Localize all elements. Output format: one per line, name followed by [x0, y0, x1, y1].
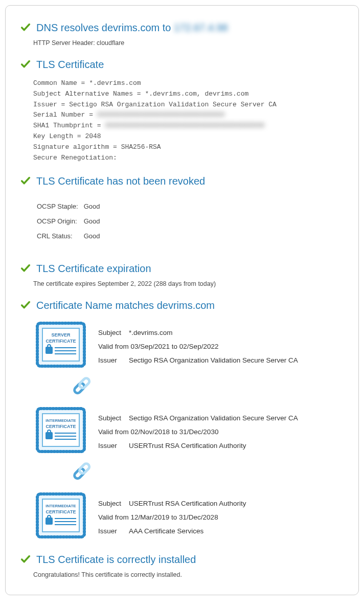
cert-cn: Common Name = *.devrims.com: [33, 79, 141, 87]
cert-validity: Valid from 12/Mar/2019 to 31/Dec/2028: [98, 513, 247, 522]
expiration-title: TLS Certificate expiration: [36, 262, 151, 275]
certificate-chain: SERVER CERTIFICATE Subject*.devrims.com …: [35, 321, 344, 541]
svg-text:INTERMEDIATE: INTERMEDIATE: [46, 418, 76, 423]
table-row: OCSP Origin: Good: [36, 217, 101, 226]
check-icon: [20, 263, 31, 274]
ssl-check-panel: DNS resolves devrims.com to 172.67.4.98 …: [5, 5, 359, 595]
http-server-header: HTTP Server Header: cloudflare: [33, 39, 344, 47]
subject-label: Subject: [98, 414, 128, 422]
cert-sigalg: Signature algorithm = SHA256-RSA: [33, 143, 161, 151]
cert-validity: Valid from 02/Nov/2018 to 31/Dec/2030: [98, 427, 299, 436]
cert-keylen: Key Length = 2048: [33, 132, 101, 140]
check-icon: [20, 175, 31, 187]
cert-serial-label: Serial Number =: [33, 111, 97, 119]
cert-subject: Sectigo RSA Organization Validation Secu…: [128, 414, 299, 422]
server-certificate-badge: SERVER CERTIFICATE: [35, 321, 86, 368]
ocsp-origin-value: Good: [83, 217, 101, 226]
issuer-label: Issuer: [98, 527, 128, 535]
cert-info: Subject*.devrims.com Valid from 03/Sep/2…: [98, 321, 299, 370]
cert-subject: USERTrust RSA Certification Authority: [128, 499, 247, 508]
ocsp-origin-label: OCSP Origin:: [36, 217, 81, 226]
revocation-status-table: OCSP Staple: Good OCSP Origin: Good CRL …: [34, 196, 103, 246]
cert-serial-masked: XXXXXXXXXXXXXXXXXXXXXXXXXXXXXXXX: [97, 111, 225, 119]
revocation-title: TLS Certificate has not been revoked: [36, 174, 205, 188]
cert-sha1-masked: XXXXXXXXXXXXXXXXXXXXXXXXXXXXXXXXXXXXXXXX: [105, 122, 264, 129]
intermediate-certificate-badge: INTERMEDIATE CERTIFICATE: [35, 492, 86, 539]
svg-rect-21: [78, 463, 90, 475]
expiration-text: The certificate expires September 2, 202…: [33, 280, 344, 287]
svg-text:INTERMEDIATE: INTERMEDIATE: [46, 504, 76, 508]
dns-section-header: DNS resolves devrims.com to 172.67.4.98: [20, 21, 344, 34]
subject-label: Subject: [98, 328, 128, 337]
tls-cert-title: TLS Certificate: [36, 58, 104, 71]
cert-info: SubjectSectigo RSA Organization Validati…: [98, 407, 299, 455]
dns-title-text: DNS resolves devrims.com to: [36, 22, 174, 33]
ocsp-staple-value: Good: [83, 202, 101, 211]
svg-text:SERVER: SERVER: [52, 332, 71, 337]
cert-chain-item: INTERMEDIATE CERTIFICATE SubjectSectigo …: [35, 407, 344, 455]
cert-san: Subject Alternative Names = *.devrims.co…: [33, 90, 248, 98]
chain-link-icon: [70, 373, 97, 401]
cert-info: SubjectUSERTrust RSA Certification Autho…: [98, 492, 247, 541]
cert-validity: Valid from 03/Sep/2021 to 02/Sep/2022: [98, 342, 299, 351]
cert-chain-item: INTERMEDIATE CERTIFICATE SubjectUSERTrus…: [35, 492, 344, 541]
chain-link-icon: [70, 458, 97, 487]
tls-cert-section-header: TLS Certificate: [20, 58, 344, 71]
svg-text:CERTIFICATE: CERTIFICATE: [46, 424, 76, 429]
tls-cert-details: Common Name = *.devrims.com Subject Alte…: [33, 78, 344, 163]
revocation-section-header: TLS Certificate has not been revoked: [20, 174, 344, 188]
check-icon: [20, 22, 31, 33]
expiration-section-header: TLS Certificate expiration: [20, 262, 344, 275]
svg-text:CERTIFICATE: CERTIFICATE: [46, 509, 76, 514]
cert-chain-item: SERVER CERTIFICATE Subject*.devrims.com …: [35, 321, 344, 370]
check-icon: [20, 554, 31, 565]
dns-title: DNS resolves devrims.com to 172.67.4.98: [36, 21, 228, 34]
crl-status-label: CRL Status:: [36, 232, 81, 240]
subject-label: Subject: [98, 499, 128, 508]
installed-text: Congratulations! This certificate is cor…: [33, 571, 344, 578]
svg-rect-10: [78, 377, 90, 390]
cert-issuer: Issuer = Sectigo RSA Organization Valida…: [33, 101, 277, 108]
cert-sha1-label: SHA1 Thumbprint =: [33, 122, 105, 129]
check-icon: [20, 59, 31, 70]
installed-title: TLS Certificate is correctly installed: [36, 553, 196, 566]
ocsp-staple-label: OCSP Staple:: [36, 202, 81, 211]
table-row: OCSP Staple: Good: [36, 202, 101, 211]
intermediate-certificate-badge: INTERMEDIATE CERTIFICATE: [35, 407, 86, 454]
check-icon: [20, 300, 31, 311]
cert-subject: *.devrims.com: [128, 328, 299, 337]
cert-reneg: Secure Renegotiation:: [33, 154, 117, 162]
cert-issuer-value: USERTrust RSA Certification Authority: [128, 441, 299, 450]
issuer-label: Issuer: [98, 441, 128, 450]
dns-ip-masked: 172.67.4.98: [174, 22, 228, 33]
name-match-title: Certificate Name matches devrims.com: [36, 299, 215, 312]
cert-issuer-value: Sectigo RSA Organization Validation Secu…: [128, 356, 299, 365]
cert-issuer-value: AAA Certificate Services: [128, 527, 247, 535]
installed-section-header: TLS Certificate is correctly installed: [20, 553, 344, 566]
name-match-section-header: Certificate Name matches devrims.com: [20, 299, 344, 312]
table-row: CRL Status: Good: [36, 232, 101, 240]
issuer-label: Issuer: [98, 356, 128, 365]
svg-text:CERTIFICATE: CERTIFICATE: [46, 339, 76, 344]
crl-status-value: Good: [83, 232, 101, 240]
